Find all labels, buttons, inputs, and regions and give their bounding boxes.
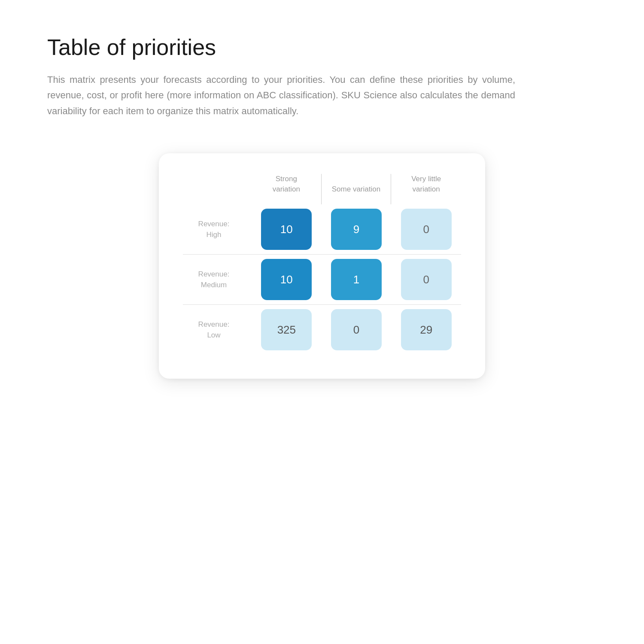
page-title: Table of priorities — [43, 34, 216, 60]
data-cell[interactable]: 0 — [322, 305, 392, 355]
matrix-card: Strongvariation Some variation Very litt… — [159, 153, 485, 379]
cell-box-r0-c2[interactable]: 0 — [401, 209, 452, 250]
cell-box-r0-c1[interactable]: 9 — [331, 209, 382, 250]
row-label-2: Revenue: Low — [183, 305, 252, 355]
data-cell[interactable]: 9 — [322, 204, 392, 254]
cell-box-r2-c0[interactable]: 325 — [261, 309, 312, 350]
matrix-container: Strongvariation Some variation Very litt… — [43, 153, 601, 379]
cell-box-r1-c0[interactable]: 10 — [261, 259, 312, 300]
page-description: This matrix presents your forecasts acco… — [43, 72, 515, 119]
data-cell[interactable]: 0 — [391, 255, 461, 304]
cell-box-r0-c0[interactable]: 10 — [261, 209, 312, 250]
row-label-1: Revenue: Medium — [183, 255, 252, 304]
table-row: Revenue: High1090 — [183, 204, 461, 254]
data-cell[interactable]: 1 — [322, 255, 392, 304]
data-cell[interactable]: 10 — [252, 255, 322, 304]
table-row: Revenue: Low325029 — [183, 305, 461, 355]
cell-box-r1-c2[interactable]: 0 — [401, 259, 452, 300]
table-row: Revenue: Medium1010 — [183, 255, 461, 304]
col-header-very-little: Very littlevariation — [391, 174, 461, 205]
col-header-some: Some variation — [322, 174, 392, 205]
data-cell[interactable]: 29 — [391, 305, 461, 355]
cell-box-r2-c1[interactable]: 0 — [331, 309, 382, 350]
cell-box-r1-c1[interactable]: 1 — [331, 259, 382, 300]
cell-box-r2-c2[interactable]: 29 — [401, 309, 452, 350]
col-header-strong: Strongvariation — [252, 174, 322, 205]
data-cell[interactable]: 0 — [391, 204, 461, 254]
data-cell[interactable]: 10 — [252, 204, 322, 254]
data-cell[interactable]: 325 — [252, 305, 322, 355]
row-label-0: Revenue: High — [183, 204, 252, 254]
